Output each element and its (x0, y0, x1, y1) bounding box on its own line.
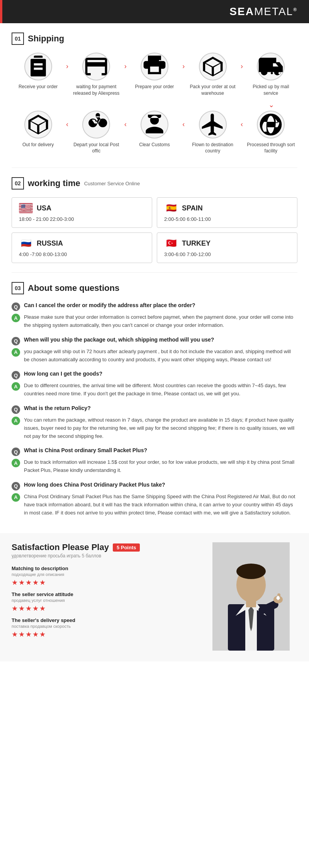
country-spain: SPAIN (182, 204, 203, 212)
step-sort-label: Processed through sort facility (246, 142, 296, 155)
step-depart-label: Depart your local Post offic (71, 142, 121, 155)
customs-officer-icon (141, 111, 168, 138)
flag-turkey (164, 238, 178, 248)
faq-num: 03 (12, 282, 24, 294)
time-card-turkey: TURKEY 3:00-6:00 7:00-12:00 (157, 232, 297, 263)
step-flown-icon (199, 111, 227, 138)
rating-delivery: The seller's delivery speed поставка про… (12, 617, 205, 639)
flag-spain (164, 203, 178, 213)
faq-item-6: Q How long does China Post Oridinary Pac… (12, 482, 297, 517)
faq-q-badge-1: Q (12, 302, 20, 311)
arrow-left-3: ‹ (182, 120, 185, 128)
faq-q-badge-2: Q (12, 337, 20, 345)
step-pickup-icon (257, 53, 285, 80)
step-customs: Clear Customs (129, 111, 180, 148)
rating-service: The seller service attitude продавец усл… (12, 591, 205, 613)
faq-a-badge-5: A (12, 459, 20, 467)
arrow-3: › (182, 62, 185, 70)
step-waiting: waiting for payment released by Aliexpre… (71, 53, 121, 97)
step-prepare-icon (141, 53, 168, 80)
step-sort-icon (257, 111, 285, 138)
faq-q-badge-3: Q (12, 371, 20, 379)
faq-item-3: Q How long can I get the goods? A Due to… (12, 371, 297, 398)
satisfaction-left: Satisfaction Please Play 5 Points удовле… (12, 542, 205, 652)
rating-description-label: Matching to description (12, 566, 205, 571)
faq-section: 03 About some questions Q Can I cancel t… (0, 273, 309, 533)
faq-q-6: Q How long does China Post Oridinary Pac… (12, 482, 297, 490)
satisfaction-right (212, 542, 297, 652)
satisfaction-title-text: Satisfaction Please Play (12, 542, 109, 552)
shipping-label: Shipping (28, 34, 64, 44)
faq-a-badge-6: A (12, 493, 20, 502)
faq-q-text-4: What is the return Policy? (24, 405, 91, 411)
faq-a-6: A China Post Oridinary Small Packet Plus… (12, 493, 297, 517)
step-flown: Flown to destination country (188, 111, 238, 155)
faq-a-badge-1: A (12, 314, 20, 322)
shipping-row-2: Out for delivery ‹ Depart your local Pos… (12, 111, 297, 155)
working-time-label: working time (28, 178, 80, 188)
step-receive-label: Receive your order (19, 84, 58, 90)
step-flown-label: Flown to destination country (188, 142, 238, 155)
arrow-down-connector: ⌄ (12, 101, 297, 109)
arrow-2: › (124, 62, 127, 70)
step-waiting-label: waiting for payment released by Aliexpre… (71, 84, 121, 97)
flag-russia (19, 238, 33, 248)
time-grid: USA 18:00 - 21:00 22:00-3:00 SPAIN 2:00-… (12, 197, 297, 263)
faq-a-text-4: You can return the package, without reas… (24, 416, 297, 440)
faq-item-5: Q What is China Post ordinary Small Pack… (12, 447, 297, 475)
step-receive-icon (24, 53, 52, 80)
faq-q-badge-4: Q (12, 405, 20, 414)
rating-delivery-label: The seller's delivery speed (12, 617, 205, 623)
time-card-spain-header: SPAIN (164, 203, 290, 213)
time-spain: 2:00-5:00 6:00-11:00 (164, 216, 290, 222)
time-card-usa-header: USA (19, 203, 145, 213)
satisfaction-title: Satisfaction Please Play 5 Points (12, 542, 205, 552)
faq-a-1: A Please make sure that your order infor… (12, 313, 297, 330)
working-time-num: 02 (12, 177, 24, 190)
step-prepare: Prepare your order (129, 53, 180, 90)
svg-rect-6 (246, 600, 256, 607)
flag-usa (19, 203, 33, 213)
plane-icon (200, 111, 226, 138)
faq-item-1: Q Can I cancel the order or modify the a… (12, 302, 297, 330)
faq-a-badge-2: A (12, 348, 20, 357)
rating-description-stars: ★★★★★ (12, 578, 205, 587)
box-icon (200, 53, 226, 80)
faq-q-4: Q What is the return Policy? (12, 405, 297, 414)
rating-service-sublabel: продавец услуг отношения (12, 598, 205, 603)
step-out-icon (24, 111, 52, 138)
logo-metal: METAL (254, 5, 293, 17)
printer-icon (141, 53, 168, 80)
faq-q-badge-5: Q (12, 448, 20, 456)
step-pack: Pack your order at out warehouse (188, 53, 238, 97)
working-time-subtitle: Customer Service Online (84, 181, 140, 186)
satisfaction-subtitle: удовлетворение просьба играть 5 баллов (12, 553, 205, 559)
faq-item-2: Q When will you ship the package out, wh… (12, 337, 297, 364)
step-pack-label: Pack your order at out warehouse (188, 84, 238, 97)
country-russia: RUSSIA (37, 239, 63, 248)
cyclist-icon (83, 111, 109, 138)
svg-point-5 (236, 564, 266, 579)
rating-description-sublabel: подходящие для описания (12, 572, 205, 577)
arrow-4: › (241, 62, 243, 70)
shipping-section: 01 Shipping Receive your order › waiting… (0, 23, 309, 167)
satisfaction-points-badge: 5 Points (113, 543, 140, 552)
faq-a-text-1: Please make sure that your order informa… (24, 313, 297, 330)
country-turkey: TURKEY (182, 239, 211, 248)
faq-a-2: A you package will ship out in 72 hours … (12, 348, 297, 364)
faq-q-text-2: When will you ship the package out, whic… (24, 337, 214, 343)
person-image (212, 542, 290, 651)
rating-service-label: The seller service attitude (12, 591, 205, 597)
faq-a-5: A Due to track information will increase… (12, 458, 297, 475)
shipping-num: 01 (12, 32, 24, 45)
shipping-row-1: Receive your order › waiting for payment… (12, 53, 297, 97)
step-pickup-label: Picked up by mail service (246, 84, 296, 97)
time-usa: 18:00 - 21:00 22:00-3:00 (19, 216, 145, 222)
faq-q-badge-6: Q (12, 482, 20, 490)
arrow-left-1: ‹ (66, 120, 68, 128)
logo-symbol: ® (293, 7, 297, 12)
step-out-label: Out for delivery (22, 142, 54, 148)
step-depart-icon (82, 111, 110, 138)
logo-sea: SEA (229, 5, 254, 17)
step-pickup: Picked up by mail service (246, 53, 296, 97)
